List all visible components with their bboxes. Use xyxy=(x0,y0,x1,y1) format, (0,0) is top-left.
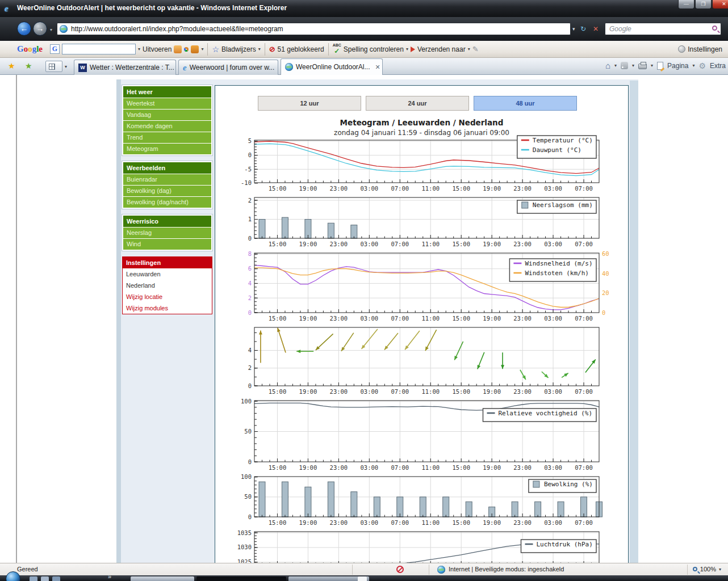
rss-dropdown-icon[interactable]: ▾ xyxy=(632,63,634,68)
rss-feed-icon[interactable] xyxy=(621,62,628,69)
phishing-filter-icon[interactable] xyxy=(396,566,404,573)
page-icon[interactable] xyxy=(657,62,663,70)
settings-item-wijzig-locatie[interactable]: Wijzig locatie xyxy=(123,291,212,302)
svg-text:2: 2 xyxy=(248,364,252,371)
sidebar-item-weertekst[interactable]: Weertekst xyxy=(123,98,211,110)
address-bar-row: ← → ▾ http://www.outdooralert.nl/index.p… xyxy=(0,17,728,41)
taskbar-window-button[interactable] xyxy=(288,576,369,581)
toolbar-settings[interactable]: Instellingen xyxy=(678,41,722,57)
tab-weeronline-active[interactable]: WeerOnline OutdoorAl... ✕ xyxy=(281,58,383,75)
section-title: Weerrisico xyxy=(123,216,211,228)
send-to-icon xyxy=(411,47,415,52)
google-g-icon[interactable]: G xyxy=(50,44,60,54)
forward-button[interactable]: → xyxy=(33,22,47,36)
search-icon[interactable] xyxy=(712,26,717,31)
home-dropdown-icon[interactable]: ▾ xyxy=(614,63,617,68)
svg-text:19:00: 19:00 xyxy=(483,241,501,247)
sidebar-item-wind[interactable]: Wind xyxy=(123,239,211,250)
send-to-dropdown-icon[interactable]: ▾ xyxy=(468,47,470,52)
sidebar-item-buienradar[interactable]: Buienradar xyxy=(123,174,211,186)
svg-text:Relatieve vochtigheid (%): Relatieve vochtigheid (%) xyxy=(499,410,593,417)
range-button-24h[interactable]: 24 uur xyxy=(366,96,469,111)
chart-precipitation: 21015:0019:0023:0003:0007:0011:0015:0019… xyxy=(215,197,613,250)
url-text: http://www.outdooralert.nl/index.php?mod… xyxy=(71,23,283,35)
icons-dropdown-icon[interactable]: ▾ xyxy=(201,47,203,52)
zoom-dropdown-icon[interactable]: ▾ xyxy=(719,567,721,572)
tab-wetterzentrale[interactable]: W Wetter : Wetterzentrale : T... xyxy=(74,60,176,75)
svg-text:07:00: 07:00 xyxy=(391,241,409,247)
google-search-dropdown-icon[interactable]: ▾ xyxy=(138,47,140,52)
content-right-strip[interactable] xyxy=(630,81,638,563)
settings-item-leeuwarden[interactable]: Leeuwarden xyxy=(123,268,212,280)
range-button-48h[interactable]: 48 uur xyxy=(474,96,577,111)
address-dropdown-icon[interactable]: ▾ xyxy=(572,23,575,35)
bookmarks-dropdown-icon[interactable]: ▾ xyxy=(258,47,261,52)
search-box[interactable]: Google xyxy=(605,23,721,35)
quicklaunch-icon[interactable] xyxy=(52,576,60,581)
print-dropdown-icon[interactable]: ▾ xyxy=(651,63,653,68)
google-run-button[interactable]: Uitvoeren xyxy=(143,45,171,53)
address-field[interactable]: http://www.outdooralert.nl/index.php?mod… xyxy=(57,23,571,35)
svg-text:23:00: 23:00 xyxy=(513,388,532,395)
svg-text:07:00: 07:00 xyxy=(575,464,593,471)
favorites-star-icon[interactable]: ★ xyxy=(8,61,15,70)
tools-gear-icon[interactable]: ⚙ xyxy=(698,61,706,70)
tab-close-icon[interactable]: ✕ xyxy=(375,64,380,71)
taskbar-window-button[interactable] xyxy=(131,576,194,581)
tab-list-dropdown-icon[interactable]: ▾ xyxy=(65,64,67,69)
zoom-control[interactable]: 100% ▾ xyxy=(693,566,721,572)
quicklaunch-icon[interactable] xyxy=(30,576,37,581)
close-button[interactable]: ✕ xyxy=(712,0,728,9)
svg-text:15:00: 15:00 xyxy=(452,519,470,526)
add-favorite-icon[interactable]: ★ xyxy=(25,61,32,70)
back-button[interactable]: ← xyxy=(17,22,31,36)
search-placeholder: Google xyxy=(609,25,631,33)
google-search-input[interactable] xyxy=(62,44,136,54)
sidebar-item-meteogram[interactable]: Meteogram xyxy=(123,144,211,154)
svg-text:40: 40 xyxy=(602,270,609,277)
settings-item-nederland[interactable]: Nederland xyxy=(123,280,212,291)
print-icon[interactable] xyxy=(638,64,647,69)
sidebar-item-trend[interactable]: Trend xyxy=(123,132,211,144)
sidebar-item-bewolking-dagnacht[interactable]: Bewolking (dag/nacht) xyxy=(123,197,211,208)
svg-text:23:00: 23:00 xyxy=(330,241,348,247)
spellcheck-dropdown-icon[interactable]: ▾ xyxy=(406,47,408,52)
stop-button[interactable]: ✕ xyxy=(593,23,599,35)
status-text: Gereed xyxy=(17,566,38,572)
sidebar-item-vandaag[interactable]: Vandaag xyxy=(123,110,211,121)
blocked-count-button[interactable]: 51 geblokkeerd xyxy=(278,45,324,53)
orange-cube-icon[interactable] xyxy=(191,45,199,53)
send-to-button[interactable]: Verzenden naar xyxy=(417,45,466,53)
minimize-button[interactable]: — xyxy=(678,0,694,9)
taskbar-window-button-active[interactable] xyxy=(196,576,286,581)
svg-text:19:00: 19:00 xyxy=(483,464,501,471)
quicklaunch-overflow-icon[interactable]: » xyxy=(108,573,111,580)
google-o-icon[interactable] xyxy=(184,47,189,52)
range-button-12h[interactable]: 12 uur xyxy=(258,96,361,111)
sidebar-item-komende-dagen[interactable]: Komende dagen xyxy=(123,121,211,132)
tab-weerwoord[interactable]: e Weerwoord | forum over w... xyxy=(178,60,278,75)
tools-menu-button[interactable]: Extra xyxy=(710,62,726,70)
maximize-button[interactable]: ❐ xyxy=(695,0,712,9)
page-menu-button[interactable]: Pagina xyxy=(667,62,688,70)
pen-icon[interactable]: ✎ xyxy=(472,45,479,53)
bookmarks-button[interactable]: Bladwijzers xyxy=(221,45,256,53)
settings-item-wijzig-modules[interactable]: Wijzig modules xyxy=(123,302,212,314)
svg-text:19:00: 19:00 xyxy=(299,185,317,192)
quicklaunch-icon[interactable] xyxy=(41,576,49,581)
taskbar-window-icon[interactable] xyxy=(358,576,367,581)
command-bar: ⌂ ▾ ▾ ▾ Pagina ▾ ⚙ Extra xyxy=(605,61,728,70)
news-icon[interactable] xyxy=(174,45,182,53)
svg-text:15:00: 15:00 xyxy=(452,315,470,322)
quick-tabs-button[interactable] xyxy=(45,61,62,72)
page-dropdown-icon[interactable]: ▾ xyxy=(692,63,694,68)
sidebar-item-neerslag[interactable]: Neerslag xyxy=(123,228,211,239)
home-icon[interactable]: ⌂ xyxy=(605,61,610,70)
history-dropdown-icon[interactable]: ▾ xyxy=(50,27,52,32)
refresh-button[interactable]: ↻ xyxy=(580,23,586,35)
svg-text:11:00: 11:00 xyxy=(421,388,440,395)
spellcheck-button[interactable]: Spelling controleren xyxy=(344,45,404,53)
bookmarks-star-icon[interactable]: ☆ xyxy=(212,45,219,54)
popup-blocked-icon[interactable]: ⊘ xyxy=(269,45,275,53)
sidebar-item-bewolking-dag[interactable]: Bewolking (dag) xyxy=(123,186,211,197)
